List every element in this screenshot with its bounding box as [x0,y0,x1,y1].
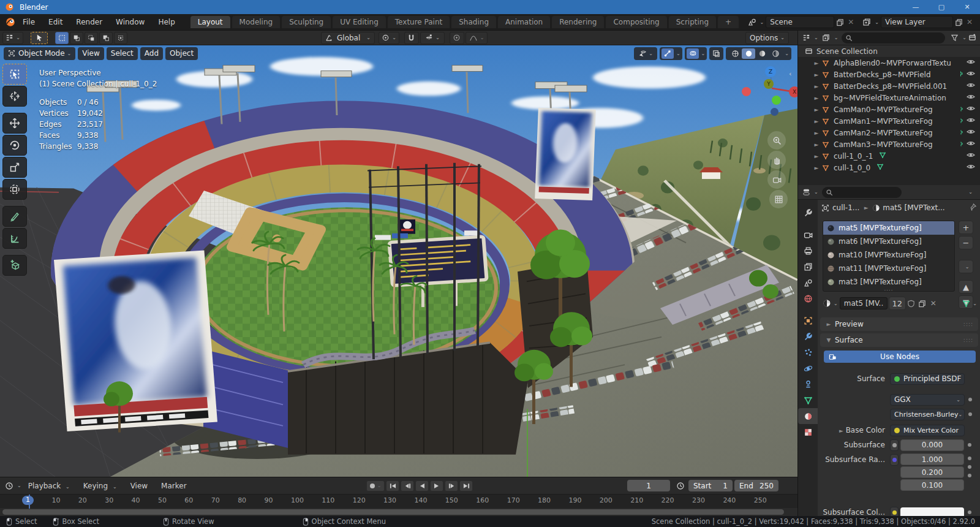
hide-icon[interactable] [967,93,975,103]
pan-view-button[interactable] [767,151,786,169]
move-tool[interactable] [2,113,27,134]
viewlayer-browse-chevron[interactable]: ⌄ [875,20,879,25]
tab-texture-paint[interactable]: Texture Paint [388,16,450,28]
hide-icon[interactable] [967,104,975,115]
decorator-dot[interactable] [968,398,972,401]
scene-browse-icon[interactable] [747,17,758,28]
object-visibility-dropdown[interactable]: ⌄ [634,47,657,60]
viewport-menu-object[interactable]: Object [165,47,198,60]
copy-material-icon[interactable] [917,298,928,309]
subsurface-value-slider[interactable]: 0.000 [900,439,964,451]
material-filter-dropdown[interactable]: ⌄ [962,300,977,308]
add-workspace-button[interactable]: + [718,16,739,28]
fake-user-icon[interactable] [906,298,917,309]
jump-to-start-button[interactable] [386,480,399,491]
users-count-button[interactable]: 12 [889,297,906,310]
add-cube-tool[interactable] [2,255,27,276]
subsurface-input-socket[interactable] [890,439,899,451]
snap-toggle-button[interactable] [404,32,419,44]
decorator-dot[interactable] [968,412,972,416]
tab-compositing[interactable]: Compositing [606,16,666,28]
outliner-search-input[interactable] [842,32,945,44]
current-frame-field[interactable]: 1 [627,480,670,491]
scene-unlink-icon[interactable]: ✕ [845,17,856,28]
breadcrumb-material[interactable]: mat5 [MVPText... [883,203,944,212]
radius-z-slider[interactable]: 0.100 [900,479,964,491]
select-mode-intersect-button[interactable] [114,32,127,44]
menu-file[interactable]: File [16,18,42,26]
start-frame-field[interactable]: Start1 [688,480,733,491]
shading-dropdown[interactable]: ⌄ [785,51,789,56]
auto-keying-toggle[interactable]: ⌄ [366,480,385,491]
jump-to-end-button[interactable] [459,480,473,491]
outliner-row[interactable]: ► CamMan0~MVPTextureFog [798,104,980,115]
tab-output[interactable] [798,243,818,259]
camera-view-button[interactable] [767,170,786,189]
material-slot[interactable]: mat3 [MVPTextureFog] [823,275,954,289]
transform-tool[interactable] [2,179,27,200]
select-mode-extend-button[interactable] [70,32,83,44]
blender-menu-icon[interactable] [5,17,16,28]
timeline-editor-chevron[interactable]: ⌄ [17,483,21,488]
outliner-display-chevron[interactable]: ⌄ [814,35,818,40]
tab-scene[interactable] [798,275,818,290]
tab-shading[interactable]: Shading [451,16,496,28]
material-slot[interactable]: mat11 [MVPTextureFog] [823,262,954,275]
material-slot[interactable]: mat10 [MVPTextureFog] [823,248,954,262]
menu-edit[interactable]: Edit [42,18,69,26]
sidebar-toggle[interactable]: ‹ [789,70,791,78]
outliner-scene-icon[interactable] [821,32,832,44]
maximize-button[interactable]: ▢ [929,0,954,14]
end-frame-field[interactable]: End250 [734,480,778,491]
shading-wireframe-button[interactable] [728,48,742,59]
next-keyframe-button[interactable] [445,480,458,491]
outliner-display-mode-dropdown[interactable] [801,32,812,44]
material-browse-chevron[interactable]: ⌄ [834,301,838,306]
menu-view[interactable]: View [124,482,154,490]
tab-render[interactable] [798,227,818,243]
tab-modifiers[interactable] [798,328,818,344]
tab-view-layer[interactable] [798,259,818,275]
outliner-row-root[interactable]: Scene Collection [798,45,980,57]
snap-settings-dropdown[interactable]: ⌄ [420,32,445,44]
menu-keying[interactable]: Keying ⌄ [77,482,124,490]
select-mode-subtract-button[interactable] [85,32,98,44]
surface-shader-button[interactable]: Principled BSDF [890,373,965,385]
tab-animation[interactable]: Animation [498,16,550,28]
zoom-view-button[interactable] [767,131,786,150]
gizmo-x-neg[interactable] [742,87,751,96]
scale-tool[interactable] [2,157,27,178]
slot-list-grip[interactable]: :::: [823,289,954,292]
material-slot[interactable]: mat5 [MVPTextureFog] [823,221,954,235]
tab-scripting[interactable]: Scripting [669,16,716,28]
shading-rendered-button[interactable] [769,48,782,59]
subsurface-method-dropdown[interactable]: Christensen-Burley⌄ [890,409,965,420]
base-color-input[interactable]: Mix Vertex Color [890,425,965,436]
properties-editor-icon[interactable] [801,187,812,198]
outliner-scene-chevron[interactable]: ⌄ [834,35,839,40]
close-button[interactable]: ✕ [954,0,980,14]
viewport-menu-view[interactable]: View [78,47,104,60]
editor-type-button[interactable]: ⌄ [2,32,23,44]
minimize-button[interactable]: — [903,0,929,14]
tab-sculpting[interactable]: Sculpting [282,16,331,28]
timeline-editor-icon[interactable] [4,480,15,491]
tab-rendering[interactable]: Rendering [552,16,604,28]
material-browse-icon[interactable] [823,299,831,308]
material-name-field[interactable]: mat5 [MV... [840,297,888,309]
navigation-gizmo[interactable]: Z Y X [735,64,797,125]
slot-specials-menu[interactable]: ⌄ [959,260,973,273]
pivot-point-dropdown[interactable]: ⌄ [379,32,399,44]
outliner-row[interactable]: ► BatterDecks_p8~MVPField.001 [798,80,980,92]
proportional-falloff-dropdown[interactable]: ⌄ [466,32,488,44]
menu-help[interactable]: Help [151,18,181,26]
menu-render[interactable]: Render [69,18,109,26]
play-button[interactable] [430,480,443,491]
pin-icon[interactable] [969,203,977,213]
scene-browse-chevron[interactable]: ⌄ [760,20,764,25]
timeline-ruler[interactable]: 1 102030 405060 708090 100110120 1301401… [0,494,797,508]
gizmo-z-neg[interactable] [771,108,778,116]
gizmos-toggle[interactable]: ⌄ [660,47,682,60]
tab-object[interactable] [798,313,818,328]
select-mode-invert-button[interactable] [99,32,113,44]
